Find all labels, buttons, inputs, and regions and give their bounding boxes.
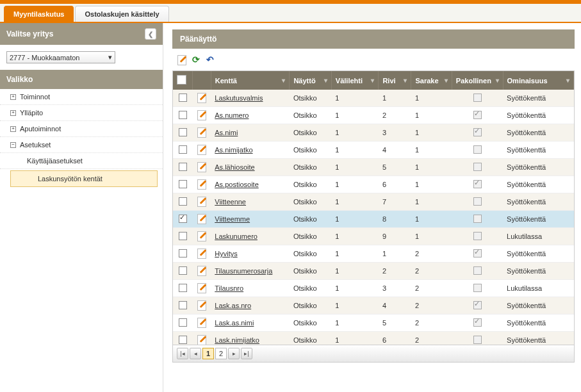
edit-icon[interactable] — [197, 145, 206, 154]
table-row[interactable]: As.numeroOtsikko121Syöttökenttä — [173, 107, 574, 124]
edit-icon[interactable] — [197, 283, 206, 292]
kentta-link[interactable]: Lask.as.nro — [215, 302, 251, 309]
menu-item-toiminnot[interactable]: +Toiminnot — [0, 89, 163, 105]
table-row[interactable]: Lask.as.nimiOtsikko152Syöttökenttä — [173, 314, 574, 332]
submenu-laskunsyoton-kentat[interactable]: Laskunsyötön kentät — [10, 170, 158, 187]
mandatory-checkbox[interactable] — [473, 336, 482, 344]
pager-page-2[interactable]: 2 — [215, 348, 227, 359]
row-checkbox[interactable] — [179, 94, 187, 102]
table-row[interactable]: As.lähiosoiteOtsikko151Syöttökenttä — [173, 159, 574, 176]
table-row[interactable]: As.nimijatkoOtsikko141Syöttökenttä — [173, 142, 574, 159]
kentta-link[interactable]: Tilausnumerosarja — [215, 267, 272, 275]
filter-icon[interactable]: ▾ — [445, 77, 448, 84]
filter-icon[interactable]: ▾ — [282, 77, 285, 84]
pager-next[interactable]: ▸ — [228, 348, 240, 359]
edit-icon[interactable] — [197, 214, 206, 223]
menu-item-asetukset[interactable]: −Asetukset — [0, 137, 163, 153]
edit-icon[interactable] — [197, 179, 206, 188]
submenu-kayttajaasetukset[interactable]: Käyttäjäasetukset — [0, 153, 163, 169]
pager-first[interactable]: |◂ — [177, 348, 188, 359]
table-row[interactable]: TilausnumerosarjaOtsikko122Syöttökenttä — [173, 263, 574, 280]
edit-icon[interactable] — [176, 54, 188, 65]
edit-icon[interactable] — [197, 162, 206, 171]
kentta-link[interactable]: As.postiosoite — [215, 181, 258, 188]
mandatory-checkbox[interactable] — [473, 197, 482, 206]
mandatory-checkbox[interactable] — [473, 111, 482, 119]
filter-icon[interactable]: ▾ — [404, 77, 407, 84]
kentta-link[interactable]: Laskunumero — [215, 233, 258, 240]
row-checkbox[interactable] — [179, 145, 187, 154]
row-checkbox[interactable] — [179, 215, 187, 223]
col-select[interactable] — [173, 71, 193, 90]
col-kentta[interactable]: Kenttä▾ — [211, 71, 290, 90]
kentta-link[interactable]: Viitteemme — [215, 215, 250, 223]
col-pakollinen[interactable]: Pakollinen▾ — [452, 71, 503, 90]
menu-item-aputoiminnot[interactable]: +Aputoiminnot — [0, 121, 163, 137]
table-row[interactable]: TilausnroOtsikko132Lukutilassa — [173, 280, 574, 297]
kentta-link[interactable]: Tilausnro — [215, 284, 243, 292]
mandatory-checkbox[interactable] — [473, 301, 482, 309]
pager-prev[interactable]: ◂ — [190, 348, 201, 359]
kentta-link[interactable]: As.nimi — [215, 129, 238, 136]
edit-icon[interactable] — [197, 231, 206, 240]
mandatory-checkbox[interactable] — [473, 215, 482, 223]
mandatory-checkbox[interactable] — [473, 284, 482, 292]
col-valilehti[interactable]: Välilehti▾ — [331, 71, 379, 90]
table-row[interactable]: ViitteenneOtsikko171Syöttökenttä — [173, 193, 574, 211]
kentta-link[interactable]: As.nimijatko — [215, 146, 252, 154]
kentta-link[interactable]: As.lähiosoite — [215, 163, 254, 171]
mandatory-checkbox[interactable] — [473, 318, 482, 327]
col-sarake[interactable]: Sarake▾ — [411, 71, 452, 90]
col-ominaisuus[interactable]: Ominaisuus▾ — [503, 71, 573, 90]
mandatory-checkbox[interactable] — [473, 249, 482, 257]
select-all-checkbox[interactable] — [177, 75, 186, 85]
kentta-link[interactable]: Laskutusvalmis — [215, 94, 263, 102]
row-checkbox[interactable] — [179, 197, 187, 206]
collapse-icon[interactable]: ❮ — [145, 28, 156, 40]
col-naytto[interactable]: Näyttö▾ — [290, 71, 331, 90]
filter-icon[interactable]: ▾ — [496, 77, 499, 84]
mandatory-checkbox[interactable] — [473, 94, 482, 102]
edit-icon[interactable] — [197, 127, 206, 136]
kentta-link[interactable]: Lask.nimijatko — [215, 336, 259, 344]
row-checkbox[interactable] — [179, 249, 187, 257]
table-row[interactable]: Lask.nimijatkoOtsikko162Syöttökenttä — [173, 332, 574, 345]
filter-icon[interactable]: ▾ — [566, 77, 569, 84]
edit-icon[interactable] — [197, 335, 206, 344]
tab-ostolaskut[interactable]: Ostolaskujen käsittely — [75, 6, 168, 22]
edit-icon[interactable] — [197, 249, 206, 257]
row-checkbox[interactable] — [179, 111, 187, 119]
table-row[interactable]: LaskunumeroOtsikko191Lukutilassa — [173, 228, 574, 245]
pager-last[interactable]: ▸| — [241, 348, 252, 359]
kentta-link[interactable]: As.numero — [215, 111, 249, 119]
row-checkbox[interactable] — [179, 336, 187, 344]
undo-icon[interactable]: ↶ — [204, 54, 216, 65]
edit-icon[interactable] — [197, 318, 206, 327]
menu-item-yllapito[interactable]: +Ylläpito — [0, 105, 163, 121]
table-row[interactable]: As.postiosoiteOtsikko161Syöttökenttä — [173, 176, 574, 193]
mandatory-checkbox[interactable] — [473, 232, 482, 240]
col-rivi[interactable]: Rivi▾ — [379, 71, 411, 90]
filter-icon[interactable]: ▾ — [371, 77, 374, 84]
mandatory-checkbox[interactable] — [473, 163, 482, 171]
edit-icon[interactable] — [197, 110, 206, 119]
table-row[interactable]: LaskutusvalmisOtsikko111Syöttökenttä — [173, 90, 574, 107]
edit-icon[interactable] — [197, 93, 206, 102]
table-row[interactable]: Lask.as.nroOtsikko142Syöttökenttä — [173, 297, 574, 314]
mandatory-checkbox[interactable] — [473, 180, 482, 188]
row-checkbox[interactable] — [179, 128, 187, 136]
kentta-link[interactable]: Lask.as.nimi — [215, 319, 254, 327]
table-row[interactable]: HyvitysOtsikko112Syöttökenttä — [173, 245, 574, 263]
row-checkbox[interactable] — [179, 232, 187, 240]
row-checkbox[interactable] — [179, 163, 187, 171]
edit-icon[interactable] — [197, 197, 206, 206]
edit-icon[interactable] — [197, 300, 206, 309]
edit-icon[interactable] — [197, 266, 206, 275]
pager-page-1[interactable]: 1 — [202, 348, 214, 359]
row-checkbox[interactable] — [179, 266, 187, 275]
filter-icon[interactable]: ▾ — [324, 77, 327, 84]
kentta-link[interactable]: Viitteenne — [215, 198, 246, 206]
mandatory-checkbox[interactable] — [473, 128, 482, 136]
mandatory-checkbox[interactable] — [473, 266, 482, 275]
tab-myyntilaskutus[interactable]: Myyntilaskutus — [4, 6, 74, 22]
